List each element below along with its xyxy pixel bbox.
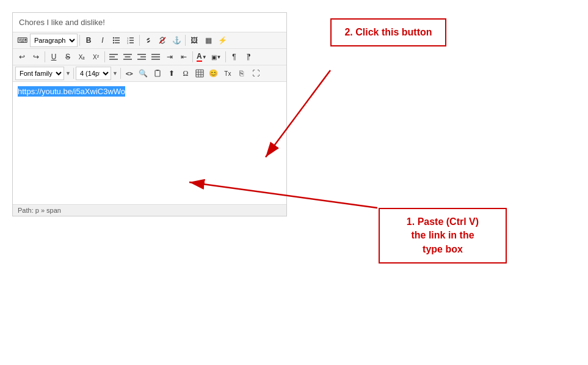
redo-button[interactable]: ↪ bbox=[29, 50, 43, 64]
anchor-button[interactable]: ⚓ bbox=[170, 34, 183, 47]
underline-button[interactable]: U bbox=[47, 50, 60, 64]
link-text: https://youtu.be/i5aXwiC3wWo bbox=[18, 86, 125, 97]
annotation-click-button: 2. Click this button bbox=[330, 18, 446, 46]
justify-button[interactable] bbox=[149, 50, 162, 64]
ltr-button[interactable]: ¶ bbox=[228, 50, 241, 64]
annotation-paste-text: 1. Paste (Ctrl V)the link in thetype box bbox=[407, 216, 479, 254]
table-button[interactable] bbox=[193, 67, 206, 80]
svg-point-4 bbox=[113, 40, 114, 41]
divider bbox=[104, 51, 105, 62]
paragraph-select[interactable]: Paragraph Heading 1 Heading 2 bbox=[30, 34, 78, 47]
divider bbox=[120, 68, 121, 79]
svg-text:3: 3 bbox=[127, 42, 129, 45]
clear-format-button[interactable]: Tx bbox=[221, 67, 234, 80]
annotation-paste-link: 1. Paste (Ctrl V)the link in thetype box bbox=[379, 208, 507, 264]
divider bbox=[79, 35, 80, 46]
subscript-button[interactable]: X₂ bbox=[75, 50, 89, 64]
special-char-button[interactable]: Ω bbox=[179, 67, 192, 80]
upload-button[interactable]: ⬆ bbox=[165, 67, 178, 80]
font-family-select[interactable]: Font family Arial Times New Roman Verdan… bbox=[15, 67, 64, 80]
annotation-click-text: 2. Click this button bbox=[344, 27, 432, 37]
table2-button[interactable]: ▦ bbox=[201, 34, 215, 47]
editor-widget: Chores I like and dislike! ⌨ Paragraph H… bbox=[12, 12, 287, 216]
strikethrough-button[interactable]: S bbox=[61, 50, 74, 64]
divider bbox=[139, 35, 140, 46]
editor-toolbar: ⌨ Paragraph Heading 1 Heading 2 B I 123 bbox=[13, 32, 286, 82]
italic-button[interactable]: I bbox=[96, 34, 109, 47]
unlink-button[interactable] bbox=[156, 34, 169, 47]
svg-rect-26 bbox=[156, 70, 159, 71]
paste-text-button[interactable] bbox=[151, 67, 164, 80]
svg-rect-27 bbox=[196, 70, 203, 77]
bold-button[interactable]: B bbox=[82, 34, 95, 47]
path-bar: Path: p » span bbox=[13, 204, 286, 216]
undo-button[interactable]: ↩ bbox=[15, 50, 29, 64]
image-button[interactable]: 🖼 bbox=[187, 34, 201, 47]
align-right-button[interactable] bbox=[135, 50, 148, 64]
toolbar-row-3: Font family Arial Times New Roman Verdan… bbox=[13, 65, 286, 81]
search-replace-button[interactable]: 🔍 bbox=[137, 67, 150, 80]
toolbar-row-1: ⌨ Paragraph Heading 1 Heading 2 B I 123 bbox=[13, 32, 286, 49]
svg-point-5 bbox=[113, 42, 114, 43]
divider bbox=[73, 68, 74, 79]
fullscreen-button[interactable]: ⛶ bbox=[249, 67, 263, 80]
flash-button[interactable]: ⚡ bbox=[216, 34, 229, 47]
rtl-button[interactable]: ¶ bbox=[242, 50, 255, 64]
align-left-button[interactable] bbox=[107, 50, 120, 64]
font-size-select[interactable]: 4 (14pt) 1 (8pt) 2 (10pt) 3 (12pt) 5 (18… bbox=[76, 67, 111, 80]
svg-rect-25 bbox=[155, 70, 160, 76]
copy-format-button[interactable]: ⎘ bbox=[235, 67, 249, 80]
keyboard-button[interactable]: ⌨ bbox=[15, 34, 29, 47]
outdent-button[interactable]: ⇤ bbox=[177, 50, 191, 64]
bg-color-button[interactable]: ▣ ▼ bbox=[209, 50, 223, 64]
divider bbox=[185, 35, 186, 46]
indent-button[interactable]: ⇥ bbox=[163, 50, 176, 64]
superscript-button[interactable]: X² bbox=[89, 50, 103, 64]
unordered-list-button[interactable] bbox=[110, 34, 123, 47]
align-center-button[interactable] bbox=[121, 50, 134, 64]
divider bbox=[45, 51, 45, 62]
editor-content-area[interactable]: https://youtu.be/i5aXwiC3wWo bbox=[13, 82, 286, 204]
toolbar-row-2: ↩ ↪ U S X₂ X² ⇥ ⇤ A ▼ bbox=[13, 49, 286, 65]
emoticon-button[interactable]: 😊 bbox=[207, 67, 220, 80]
divider bbox=[192, 51, 193, 62]
divider bbox=[225, 51, 226, 62]
title-text: Chores I like and dislike! bbox=[19, 18, 105, 27]
path-text: Path: p » span bbox=[18, 207, 61, 214]
editor-title: Chores I like and dislike! bbox=[13, 13, 286, 32]
ordered-list-button[interactable]: 123 bbox=[124, 34, 137, 47]
svg-point-3 bbox=[113, 37, 114, 39]
font-color-button[interactable]: A ▼ bbox=[195, 50, 209, 64]
html-source-button[interactable]: <> bbox=[123, 67, 136, 80]
link-button[interactable] bbox=[142, 34, 155, 47]
